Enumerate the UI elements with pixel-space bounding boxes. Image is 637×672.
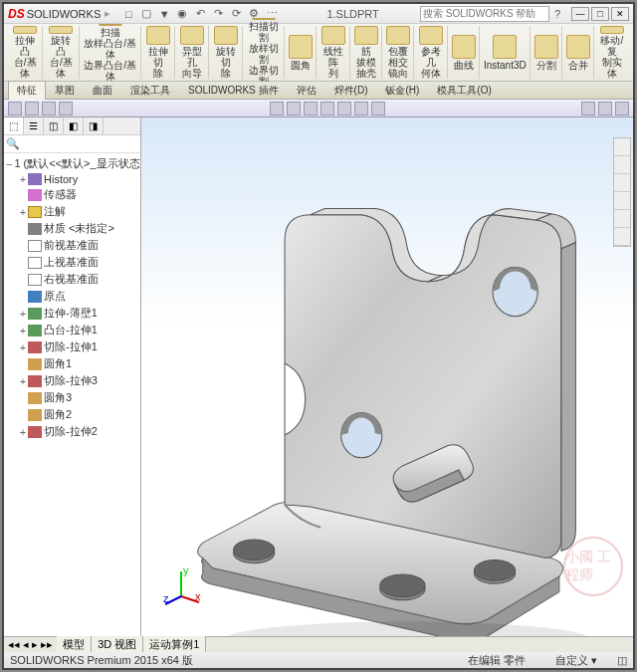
rebuild-icon[interactable]: ⟳ <box>228 6 244 22</box>
maximize-button[interactable]: □ <box>591 7 609 21</box>
tab-nav-icon[interactable]: ◂◂ ◂ ▸ ▸▸ <box>4 638 57 651</box>
command-label: 旋转切除 <box>213 46 239 79</box>
expand-icon[interactable]: + <box>18 375 28 387</box>
ribbon-command[interactable]: 旋转切除 <box>210 26 243 79</box>
appearance-icon[interactable] <box>354 102 368 115</box>
close-button[interactable]: ✕ <box>611 7 629 21</box>
ribbon-command[interactable]: 异型孔向导 <box>176 26 209 79</box>
command-label: 扫描放样凸台/基体边界凸台/基体 <box>84 27 137 82</box>
property-manager-tab[interactable]: ☰ <box>24 117 44 134</box>
print-icon[interactable]: ◉ <box>174 6 190 22</box>
new-icon[interactable]: □ <box>120 6 136 22</box>
command-tab[interactable]: 曲面 <box>84 81 121 101</box>
display-manager-tab[interactable]: ◨ <box>84 117 104 134</box>
view-icon[interactable] <box>8 102 22 115</box>
expand-icon[interactable]: + <box>18 206 28 218</box>
view-orient-icon[interactable] <box>287 102 301 115</box>
tree-item[interactable]: +切除-拉伸1 <box>6 338 138 355</box>
view-icon[interactable] <box>25 102 39 115</box>
ribbon-command[interactable]: 圆角 <box>286 26 317 79</box>
app-brand: SOLIDWORKS <box>27 8 102 20</box>
hide-show-icon[interactable] <box>371 102 385 115</box>
tree-item[interactable]: +History <box>6 172 138 186</box>
task-pane[interactable] <box>613 137 631 247</box>
tree-item[interactable]: 右视基准面 <box>6 271 138 288</box>
open-icon[interactable]: ▢ <box>138 6 154 22</box>
ribbon-command[interactable]: 包覆相交镜向 <box>383 26 414 79</box>
display-style-icon[interactable] <box>304 102 318 115</box>
view-icon[interactable] <box>42 102 56 115</box>
doc-max-icon[interactable] <box>598 102 612 115</box>
ribbon-command[interactable]: 扫描放样凸台/基体边界凸台/基体 <box>81 26 141 79</box>
tree-item[interactable]: 材质 <未指定> <box>6 220 138 237</box>
graphics-viewport[interactable]: y x z 小國 工程师 <box>141 117 633 636</box>
help-search-input[interactable] <box>420 6 549 22</box>
expand-icon[interactable]: + <box>18 308 28 320</box>
ribbon-command[interactable]: 筋拔模抽壳 <box>351 26 382 79</box>
ribbon-command[interactable]: Instant3D <box>481 26 531 79</box>
command-tab[interactable]: 模具工具(O) <box>428 81 500 101</box>
undo-icon[interactable]: ↶ <box>192 6 208 22</box>
redo-icon[interactable]: ↷ <box>210 6 226 22</box>
command-tab[interactable]: SOLIDWORKS 插件 <box>179 81 288 101</box>
zoom-icon[interactable] <box>270 102 284 115</box>
tree-item[interactable]: 圆角3 <box>6 389 138 406</box>
ribbon-command[interactable]: 扫描切割放样切割边界切割 <box>244 26 286 79</box>
tree-item[interactable]: +凸台-拉伸1 <box>6 322 138 338</box>
command-icon <box>566 35 590 59</box>
filter-icon[interactable]: 🔍 <box>6 137 20 149</box>
tree-item[interactable]: +拉伸-薄壁1 <box>6 305 138 322</box>
command-tab[interactable]: 渲染工具 <box>121 81 179 101</box>
config-manager-tab[interactable]: ◫ <box>44 117 64 134</box>
tree-item[interactable]: +注解 <box>6 203 138 220</box>
motion-tab[interactable]: 运动算例1 <box>143 636 206 653</box>
tree-item[interactable]: 圆角2 <box>6 406 138 423</box>
dimxpert-tab[interactable]: ◧ <box>64 117 84 134</box>
tree-item[interactable]: 原点 <box>6 288 138 305</box>
command-tab[interactable]: 钣金(H) <box>376 81 428 101</box>
tree-item[interactable]: −1 (默认<<默认>_显示状态 1>) <box>6 155 138 172</box>
view-triad[interactable]: y x z <box>161 566 201 606</box>
ribbon-command[interactable]: 曲线 <box>449 26 480 79</box>
tree-item[interactable]: +切除-拉伸3 <box>6 372 138 389</box>
command-tab[interactable]: 焊件(D) <box>325 81 377 101</box>
command-tab[interactable]: 特征 <box>8 81 46 100</box>
feature-icon <box>28 325 42 336</box>
expand-icon[interactable]: − <box>6 158 12 170</box>
expand-icon[interactable]: + <box>18 341 28 353</box>
minimize-button[interactable]: — <box>571 7 589 21</box>
expand-icon[interactable]: + <box>18 173 28 185</box>
status-icon[interactable]: ◫ <box>617 654 627 667</box>
feature-tree-tab[interactable]: ⬚ <box>4 117 24 134</box>
save-icon[interactable]: ▼ <box>156 6 172 22</box>
tree-item[interactable]: +切除-拉伸2 <box>6 423 138 440</box>
motion-tab[interactable]: 模型 <box>57 636 92 653</box>
scene-icon[interactable] <box>337 102 351 115</box>
command-tab[interactable]: 草图 <box>46 81 84 101</box>
ribbon-command[interactable]: 旋转凸台/基体 <box>44 26 79 79</box>
command-tab[interactable]: 评估 <box>288 81 325 101</box>
expand-icon[interactable]: + <box>18 325 28 336</box>
expand-icon[interactable]: + <box>18 426 28 438</box>
doc-close-icon[interactable] <box>615 102 629 115</box>
tree-item[interactable]: 上视基准面 <box>6 254 138 271</box>
motion-tab[interactable]: 3D 视图 <box>92 636 143 653</box>
ribbon-command[interactable]: 线性阵列 <box>318 26 350 79</box>
ribbon-command[interactable]: 移动/复制实体 <box>595 26 629 79</box>
ribbon-command[interactable]: 合并 <box>563 26 594 79</box>
doc-min-icon[interactable] <box>581 102 595 115</box>
ribbon-command[interactable]: 分割 <box>531 26 562 79</box>
tree-item[interactable]: 传感器 <box>6 186 138 203</box>
section-icon[interactable] <box>320 102 334 115</box>
custom-menu[interactable]: 自定义 ▾ <box>555 653 597 668</box>
tree-item[interactable]: 圆角1 <box>6 355 138 372</box>
ribbon-command[interactable]: 参考几何体 <box>415 26 448 79</box>
view-icon[interactable] <box>59 102 73 115</box>
ribbon-command[interactable]: 拉伸切除 <box>142 26 175 79</box>
help-icon[interactable]: ? <box>549 6 565 22</box>
ribbon: 拉伸凸台/基体旋转凸台/基体扫描放样凸台/基体边界凸台/基体拉伸切除异型孔向导旋… <box>4 24 633 82</box>
feature-label: 上视基准面 <box>44 255 99 270</box>
tree-item[interactable]: 前视基准面 <box>6 237 138 254</box>
ribbon-command[interactable]: 拉伸凸台/基体 <box>8 26 43 79</box>
command-label: 筋拔模抽壳 <box>356 46 376 79</box>
